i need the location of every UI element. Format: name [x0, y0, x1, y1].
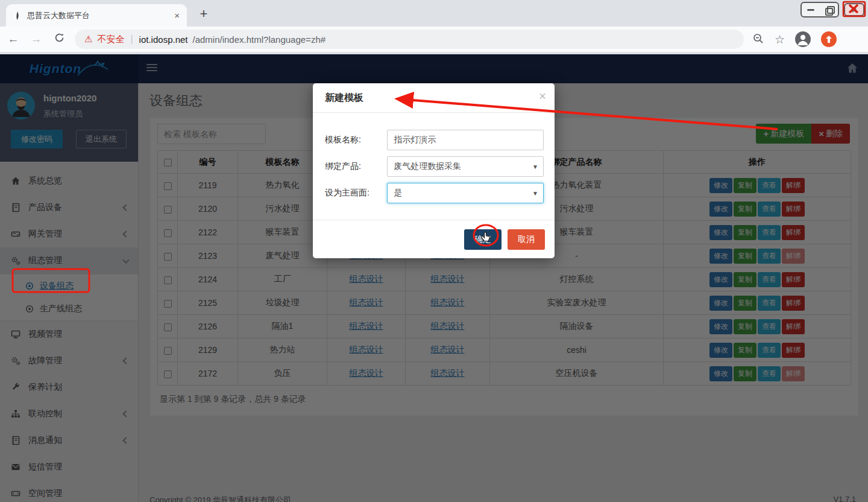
url-host: iot.idosp.net [139, 34, 188, 45]
browser-chrome: 思普云大数据平台 × + × ← → ⚠ 不安全 | iot.idosp.net… [0, 0, 868, 54]
modal-close-icon[interactable]: × [539, 90, 546, 102]
window-restore-button[interactable] [820, 3, 838, 16]
not-secure-label: 不安全 [97, 34, 124, 45]
browser-profile-icon[interactable] [795, 31, 811, 47]
caret-down-icon: ▼ [532, 164, 538, 170]
bind-product-select[interactable]: 废气处理数据采集 ▼ [387, 156, 544, 177]
browser-toolbar-right: ☆ [752, 31, 840, 47]
tab-strip: 思普云大数据平台 × + × [0, 0, 868, 27]
tab-favicon-icon [13, 11, 22, 20]
cancel-button[interactable]: 取消 [508, 229, 545, 250]
back-icon[interactable]: ← [6, 33, 20, 46]
not-secure-warning-icon: ⚠ [84, 34, 92, 45]
modal-footer: 确定 取消 [313, 220, 555, 258]
tab-close-icon[interactable]: × [174, 10, 180, 21]
tab-title: 思普云大数据平台 [27, 10, 169, 21]
extension-update-icon[interactable] [821, 31, 837, 47]
new-tab-button[interactable]: + [195, 6, 212, 23]
confirm-button[interactable]: 确定 [464, 229, 502, 250]
window-controls: × [800, 2, 864, 17]
reload-icon[interactable] [52, 33, 66, 46]
new-template-modal: 新建模板 × 模板名称: 绑定产品: 废气处理数据采集 ▼ 设为主画面: [313, 83, 555, 258]
modal-body: 模板名称: 绑定产品: 废气处理数据采集 ▼ 设为主画面: 是 ▼ [313, 113, 555, 203]
main-screen-label: 设为主画面: [325, 188, 387, 199]
caret-down-icon: ▼ [532, 190, 538, 197]
url-path: /admin/index.html?language=zh# [193, 34, 326, 45]
address-bar: ← → ⚠ 不安全 | iot.idosp.net /admin/index.h… [0, 27, 868, 52]
main-screen-select[interactable]: 是 ▼ [387, 183, 544, 203]
window-close-button[interactable]: × [844, 3, 864, 16]
url-separator: | [130, 34, 133, 45]
template-name-input[interactable] [387, 130, 544, 150]
browser-tab[interactable]: 思普云大数据平台 × [6, 4, 187, 27]
modal-header: 新建模板 × [313, 83, 555, 113]
url-field[interactable]: ⚠ 不安全 | iot.idosp.net /admin/index.html?… [75, 30, 744, 49]
bookmark-star-icon[interactable]: ☆ [775, 33, 785, 46]
window-minimize-button[interactable] [802, 3, 820, 16]
bind-product-label: 绑定产品: [325, 161, 387, 172]
template-name-label: 模板名称: [325, 135, 387, 145]
modal-title: 新建模板 [325, 92, 363, 104]
app-page: Hignton hignton2020 系统管理员 [0, 54, 868, 502]
forward-icon: → [29, 33, 43, 46]
zoom-out-icon[interactable] [752, 33, 764, 46]
